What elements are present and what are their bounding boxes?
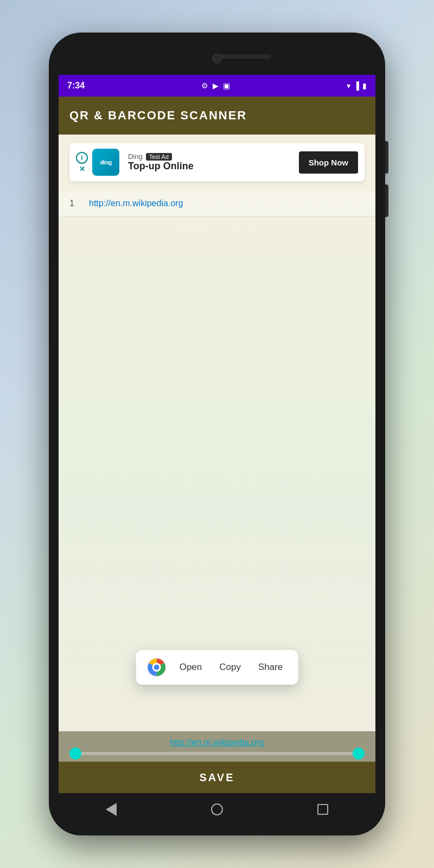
status-icons-right: ▾ ▐ ▮ [347,81,367,90]
slider-handle-left[interactable] [69,748,81,760]
camera [212,54,222,63]
ad-brand: Ding [128,152,143,161]
card-icon: ▣ [223,81,230,90]
result-link[interactable]: http://en.m.wikipedia.org [89,199,183,208]
scan-result-item: 1 http://en.m.wikipedia.org [59,191,375,216]
bottom-url-text[interactable]: http://en.m.wikipedia.org [170,738,264,748]
speaker [217,54,271,59]
slider-handle-right[interactable] [353,748,365,760]
app-header: QR & Barcode Scanner [59,97,375,135]
battery-icon: ▮ [362,81,367,90]
signal-icon: ▐ [354,81,359,90]
app-title: QR & Barcode Scanner [69,108,247,123]
home-button[interactable] [211,803,223,815]
save-button-label: SAVE [200,771,235,784]
ad-label-row: Ding Test Ad [128,152,299,161]
share-button[interactable]: Share [254,660,287,675]
bottom-url-bar: http://en.m.wikipedia.org [59,731,375,762]
ad-banner: i ✕ ding Ding Test Ad Top-up Online [69,143,365,181]
ad-shop-button[interactable]: Shop Now [299,151,358,174]
play-icon: ▶ [213,81,219,90]
settings-icon: ⚙ [201,81,208,90]
status-time: 7:34 [67,81,85,91]
chrome-icon [147,658,167,677]
volume-button-1[interactable] [385,141,388,174]
ad-info-icon[interactable]: i [76,152,88,164]
app-content: i ✕ ding Ding Test Ad Top-up Online [59,135,375,793]
svg-point-3 [154,665,159,670]
open-button[interactable]: Open [175,660,207,675]
volume-button-2[interactable] [385,184,388,217]
ad-logo-area: i ✕ ding Ding Test Ad Top-up Online [76,149,299,176]
nav-bar [59,793,375,826]
recents-button[interactable] [317,804,328,815]
phone-frame: 7:34 ⚙ ▶ ▣ ▾ ▐ ▮ QR & Barcode Scanner [49,33,385,835]
context-menu: Open Copy Share [136,650,298,685]
copy-button[interactable]: Copy [215,660,245,675]
phone-screen: 7:34 ⚙ ▶ ▣ ▾ ▐ ▮ QR & Barcode Scanner [59,42,375,826]
save-button-bar[interactable]: SAVE [59,762,375,793]
recents-icon [317,804,328,815]
slider-track[interactable] [69,752,365,755]
ad-test-badge: Test Ad [146,153,172,161]
wifi-icon: ▾ [347,81,350,90]
ad-text-area: Ding Test Ad Top-up Online [128,152,299,172]
status-icons-left: ⚙ ▶ ▣ [201,81,230,90]
result-number: 1 [69,199,80,208]
back-icon [106,803,117,816]
ad-logo: ding [92,149,119,176]
back-button[interactable] [106,803,117,816]
home-icon [211,803,223,815]
status-bar: 7:34 ⚙ ▶ ▣ ▾ ▐ ▮ [59,75,375,97]
ad-close-icon[interactable]: ✕ [79,165,85,173]
phone-top-area [59,42,375,75]
ad-info-char: i [81,154,82,162]
ad-tagline: Top-up Online [128,161,299,172]
